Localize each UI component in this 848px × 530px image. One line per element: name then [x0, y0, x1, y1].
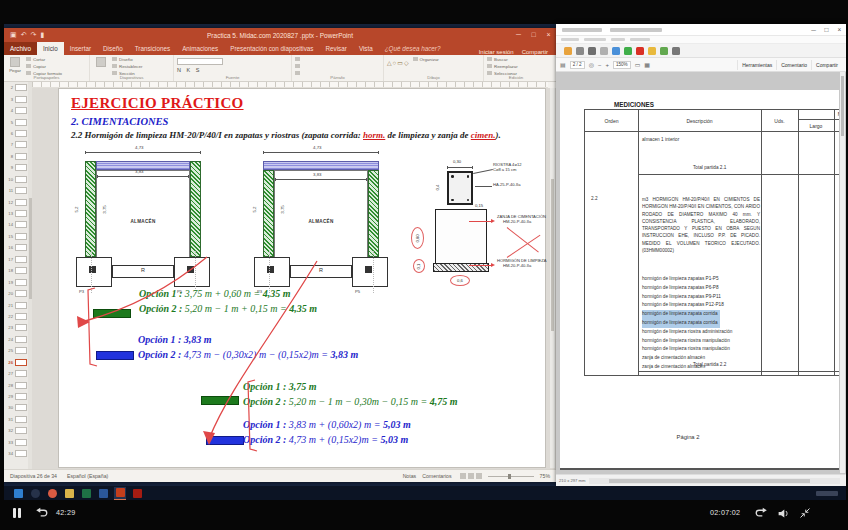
- slide-thumbnail[interactable]: 13: [4, 208, 28, 219]
- tools-panel-button[interactable]: Herramientas: [737, 60, 776, 70]
- slide-thumbnail[interactable]: 9: [4, 162, 28, 173]
- toolbar-icon[interactable]: [588, 47, 596, 55]
- pdf-vertical-scrollbar[interactable]: [840, 72, 845, 473]
- notes-button[interactable]: Notas: [403, 473, 417, 479]
- slide-26[interactable]: EJERCICIO PRÁCTICO 2. CIMENTACIONES 2.2 …: [58, 88, 546, 468]
- start-slideshow-icon[interactable]: ▮: [40, 28, 44, 42]
- taskbar-item[interactable]: [12, 487, 24, 499]
- slide-thumbnail[interactable]: 17: [4, 254, 28, 265]
- system-tray[interactable]: [816, 491, 838, 496]
- menu-item[interactable]: [561, 38, 579, 41]
- pdf-document-tab[interactable]: [610, 28, 662, 32]
- slide-thumbnail[interactable]: 4: [4, 105, 28, 116]
- replace-button[interactable]: Reemplazar: [487, 64, 518, 70]
- align-button[interactable]: [295, 64, 302, 70]
- sidebar-toggle-icon[interactable]: ▤: [560, 61, 566, 68]
- slide-thumbnail[interactable]: 15: [4, 231, 28, 242]
- slide-thumbnail[interactable]: 10: [4, 174, 28, 185]
- slide-thumbnail[interactable]: 29: [4, 391, 28, 402]
- ribbon-tab[interactable]: Animaciones: [176, 42, 224, 55]
- zoom-level[interactable]: 75%: [540, 473, 550, 479]
- slide-thumbnail[interactable]: 30: [4, 402, 28, 413]
- share-panel-button[interactable]: Compartir: [811, 60, 842, 70]
- close-button[interactable]: ×: [541, 28, 556, 42]
- slide-thumbnail[interactable]: 18: [4, 265, 28, 276]
- toolbar-icon[interactable]: [624, 47, 632, 55]
- comments-button[interactable]: Comentarios: [422, 473, 451, 479]
- toolbar-icon[interactable]: [636, 47, 644, 55]
- slide-thumbnail[interactable]: 20: [4, 288, 28, 299]
- slide-thumbnail[interactable]: 32: [4, 425, 28, 436]
- slide-thumbnail[interactable]: 31: [4, 414, 28, 425]
- maximize-button[interactable]: □: [820, 24, 833, 36]
- bullets-button[interactable]: [295, 57, 302, 63]
- taskbar-item[interactable]: [131, 487, 143, 499]
- menu-item[interactable]: [611, 38, 625, 41]
- slide-thumbnail[interactable]: 19: [4, 276, 28, 287]
- new-slide-button[interactable]: [93, 57, 109, 74]
- shapes-gallery[interactable]: △○▭◇: [387, 59, 410, 74]
- slide-thumbnail[interactable]: 33: [4, 437, 28, 448]
- ribbon-tab[interactable]: Vista: [353, 42, 379, 55]
- slide-thumbnail[interactable]: 25: [4, 345, 28, 356]
- toolbar-icon[interactable]: [612, 47, 620, 55]
- pause-button[interactable]: [8, 504, 26, 522]
- pdf-page[interactable]: MEDICIONES Orden Descripción Uds. Largo …: [560, 90, 839, 470]
- zoom-level-select[interactable]: 150%: [613, 61, 631, 69]
- taskbar-item[interactable]: [97, 487, 109, 499]
- canvas-scrollbar[interactable]: [550, 88, 555, 468]
- paste-button[interactable]: Pegar: [7, 57, 23, 74]
- save-icon[interactable]: ▣: [10, 28, 17, 42]
- minimize-button[interactable]: ─: [807, 24, 820, 36]
- menu-item[interactable]: [630, 38, 650, 41]
- slide-thumbnail[interactable]: 22: [4, 311, 28, 322]
- ribbon-tab[interactable]: Diseño: [97, 42, 129, 55]
- ribbon-tab[interactable]: Transiciones: [129, 42, 176, 55]
- toolbar-icon[interactable]: [672, 47, 680, 55]
- page-indicator[interactable]: 2 / 2: [570, 61, 585, 69]
- two-page-view-icon[interactable]: ▦: [644, 61, 650, 68]
- ribbon-tab[interactable]: Revisar: [320, 42, 353, 55]
- ribbon-tab[interactable]: Inicio: [37, 42, 64, 55]
- toolbar-icon[interactable]: [576, 47, 584, 55]
- comment-panel-button[interactable]: Comentario: [776, 60, 811, 70]
- minimize-button[interactable]: ─: [511, 28, 526, 42]
- font-style-buttons[interactable]: N K S: [177, 67, 223, 73]
- slide-thumbnail[interactable]: 21: [4, 299, 28, 310]
- slide-thumbnail[interactable]: 8: [4, 151, 28, 162]
- taskbar-item[interactable]: [46, 487, 58, 499]
- page-fit-icon[interactable]: ▭: [635, 61, 641, 68]
- taskbar-item[interactable]: [63, 487, 75, 499]
- undo-icon[interactable]: ↶: [21, 28, 27, 42]
- toolbar-icon[interactable]: [564, 47, 572, 55]
- zoom-slider[interactable]: [488, 476, 534, 477]
- taskbar-item[interactable]: [114, 487, 126, 500]
- slide-thumbnail[interactable]: 24: [4, 334, 28, 345]
- zoom-out-icon[interactable]: −: [598, 62, 602, 68]
- find-button[interactable]: Buscar: [487, 57, 518, 63]
- menu-item[interactable]: [584, 38, 606, 41]
- toolbar-icon[interactable]: [648, 47, 656, 55]
- shrink-button[interactable]: [796, 504, 814, 522]
- view-switcher[interactable]: [458, 473, 482, 480]
- maximize-button[interactable]: □: [526, 28, 541, 42]
- font-name-box[interactable]: [177, 58, 223, 65]
- forward-button[interactable]: [752, 504, 770, 522]
- zoom-in-icon[interactable]: +: [605, 62, 609, 68]
- pdf-document-area[interactable]: MEDICIONES Orden Descripción Uds. Largo …: [556, 72, 846, 474]
- taskbar-item[interactable]: [80, 487, 92, 499]
- ribbon-tab[interactable]: Archivo: [4, 42, 37, 55]
- slide-thumbnail[interactable]: 5: [4, 116, 28, 127]
- slide-thumbnail[interactable]: 3: [4, 93, 28, 104]
- slide-thumbnail[interactable]: 34: [4, 448, 28, 459]
- slide-thumbnail[interactable]: 11: [4, 185, 28, 196]
- redo-icon[interactable]: ↷: [31, 28, 37, 42]
- slide-thumbnail[interactable]: 23: [4, 322, 28, 333]
- close-button[interactable]: ×: [833, 24, 846, 36]
- ribbon-tab[interactable]: Insertar: [64, 42, 97, 55]
- slide-thumbnail[interactable]: 28: [4, 379, 28, 390]
- rewind-button[interactable]: [32, 504, 50, 522]
- hand-tool-icon[interactable]: ◎: [589, 61, 594, 68]
- slide-thumbnail[interactable]: 6: [4, 128, 28, 139]
- arrange-button[interactable]: Organizar: [413, 57, 439, 63]
